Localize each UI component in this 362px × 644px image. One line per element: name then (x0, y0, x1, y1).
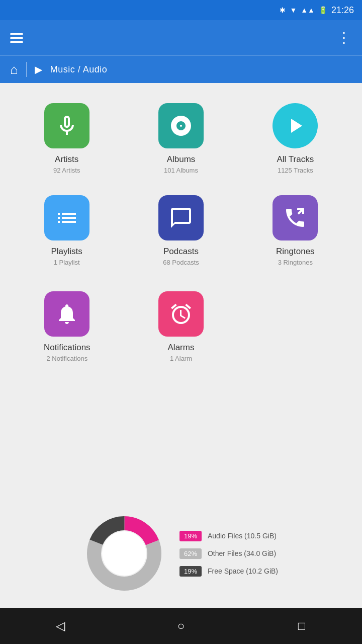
microphone-icon (55, 114, 79, 138)
status-icons: ✱ ▼ ▲▲ 🔋 21:26 (280, 5, 354, 16)
all-tracks-icon-box (273, 103, 318, 148)
artists-title: Artists (55, 154, 78, 165)
signal-icon: ▲▲ (301, 6, 315, 14)
grid-item-artists[interactable]: Artists 92 Artists (10, 93, 123, 184)
play-circle-icon (283, 114, 307, 138)
recents-button[interactable]: □ (287, 611, 317, 641)
legend-other: 62% Other Files (34.0 GiB) (179, 548, 278, 559)
ringtones-title: Ringtones (276, 247, 315, 257)
free-badge: 19% (179, 566, 202, 577)
phone-ring-icon (283, 206, 307, 230)
breadcrumb-divider (26, 62, 27, 77)
all-tracks-subtitle: 1125 Tracks (278, 167, 313, 174)
home-icon[interactable]: ⌂ (10, 62, 18, 77)
wifi-icon: ▼ (290, 6, 297, 14)
alarm-icon (169, 302, 193, 326)
albums-icon-box (158, 103, 204, 148)
albums-title: Albums (167, 154, 196, 165)
podcasts-subtitle: 68 Podcasts (163, 259, 199, 266)
grid-item-playlists[interactable]: Playlists 1 Playlist (10, 185, 123, 276)
grid-item-ringtones[interactable]: Ringtones 3 Ringtones (239, 185, 352, 276)
audio-label: Audio Files (10.5 GiB) (208, 532, 277, 540)
storage-donut-chart (84, 513, 164, 594)
donut-svg (84, 513, 164, 594)
audio-badge: 19% (179, 531, 202, 541)
grid-item-all-tracks[interactable]: All Tracks 1125 Tracks (239, 93, 352, 184)
notifications-subtitle: 2 Notifications (47, 355, 88, 362)
battery-icon: 🔋 (319, 6, 327, 14)
back-button[interactable]: ◁ (45, 611, 75, 641)
breadcrumb-text: Music / Audio (50, 64, 108, 75)
menu-button[interactable] (10, 33, 23, 43)
alarms-title: Alarms (168, 343, 195, 353)
ringtones-subtitle: 3 Ringtones (278, 259, 313, 266)
alarms-icon-box (158, 291, 204, 337)
notifications-title: Notifications (44, 343, 90, 353)
bluetooth-icon: ✱ (280, 6, 286, 14)
media-grid-row3: Notifications 2 Notifications Alarms 1 A… (0, 281, 362, 377)
other-label: Other Files (34.0 GiB) (208, 549, 276, 557)
notifications-icon-box (44, 291, 89, 337)
storage-legend: 19% Audio Files (10.5 GiB) 62% Other Fil… (179, 531, 278, 577)
free-label: Free Space (10.2 GiB) (208, 567, 278, 575)
playlists-subtitle: 1 Playlist (54, 259, 80, 266)
other-badge: 62% (179, 548, 202, 559)
artists-icon-box (44, 103, 89, 148)
storage-section: 19% Audio Files (10.5 GiB) 62% Other Fil… (0, 503, 362, 604)
legend-audio: 19% Audio Files (10.5 GiB) (179, 531, 278, 541)
donut-center (102, 531, 146, 576)
playlists-icon-box (44, 195, 89, 240)
bottom-navigation: ◁ ○ □ (0, 608, 362, 644)
bell-icon (55, 302, 79, 326)
legend-free: 19% Free Space (10.2 GiB) (179, 566, 278, 577)
list-icon (55, 206, 79, 230)
media-grid: Artists 92 Artists Albums 101 Albums All… (0, 83, 362, 281)
podcasts-icon-box (158, 195, 204, 240)
chat-icon (169, 206, 193, 230)
breadcrumb-play-icon: ▶ (35, 63, 42, 75)
ringtones-icon-box (273, 195, 318, 240)
artists-subtitle: 92 Artists (53, 167, 80, 174)
alarms-subtitle: 1 Alarm (170, 355, 192, 362)
home-button[interactable]: ○ (166, 611, 196, 641)
grid-item-albums[interactable]: Albums 101 Albums (124, 93, 237, 184)
podcasts-title: Podcasts (163, 247, 199, 257)
disc-icon (169, 114, 193, 138)
grid-item-podcasts[interactable]: Podcasts 68 Podcasts (124, 185, 237, 276)
status-time: 21:26 (331, 5, 354, 16)
top-bar: ⋮ (0, 20, 362, 55)
breadcrumb-bar: ⌂ ▶ Music / Audio (0, 55, 362, 83)
grid-item-notifications[interactable]: Notifications 2 Notifications (10, 281, 124, 372)
all-tracks-title: All Tracks (277, 154, 314, 165)
more-options-button[interactable]: ⋮ (337, 31, 352, 45)
grid-item-alarms[interactable]: Alarms 1 Alarm (124, 281, 238, 372)
playlists-title: Playlists (51, 247, 82, 257)
albums-subtitle: 101 Albums (164, 167, 198, 174)
status-bar: ✱ ▼ ▲▲ 🔋 21:26 (0, 0, 362, 20)
